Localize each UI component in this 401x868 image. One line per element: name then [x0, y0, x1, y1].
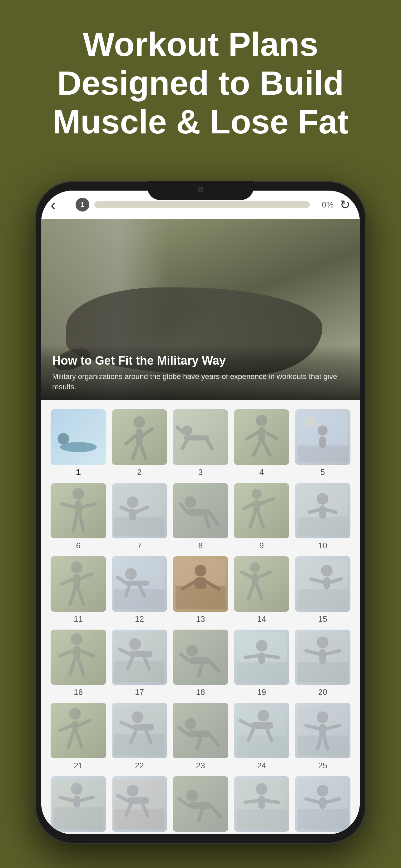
svg-line-107: [245, 655, 258, 657]
svg-line-58: [70, 589, 75, 604]
workout-thumb-30[interactable]: [295, 776, 350, 832]
workout-thumb-22[interactable]: [112, 703, 167, 758]
svg-point-111: [317, 637, 329, 648]
workout-thumb-25[interactable]: [295, 703, 350, 758]
svg-rect-112: [320, 649, 326, 664]
back-button[interactable]: ‹: [51, 196, 69, 213]
svg-rect-166: [237, 809, 287, 829]
workout-thumb-11[interactable]: [51, 556, 106, 612]
workout-cell-24[interactable]: 24: [234, 703, 290, 771]
svg-rect-55: [73, 574, 80, 589]
workout-thumb-7[interactable]: [112, 483, 167, 539]
workout-thumb-29[interactable]: [234, 776, 290, 832]
svg-rect-106: [258, 652, 265, 664]
workout-thumb-24[interactable]: [234, 703, 290, 758]
cell-num-21: 21: [74, 761, 83, 771]
svg-rect-74: [252, 573, 258, 585]
workout-cell-1[interactable]: 1: [51, 409, 106, 477]
workout-cell-5[interactable]: 5: [295, 409, 350, 477]
workout-cell-16[interactable]: 16: [51, 629, 106, 698]
cell-num-12: 12: [135, 614, 144, 624]
workout-cell-3[interactable]: 3: [173, 409, 228, 477]
workout-thumb-4[interactable]: [234, 409, 290, 465]
workout-thumb-19[interactable]: [234, 629, 290, 685]
workout-thumb-18[interactable]: [173, 629, 228, 685]
svg-line-41: [205, 516, 209, 527]
workout-thumb-3[interactable]: [173, 409, 228, 465]
workout-thumb-2[interactable]: [112, 409, 167, 465]
workout-cell-22[interactable]: 22: [112, 703, 167, 771]
workout-cell-28[interactable]: 28: [173, 776, 228, 834]
workout-cell-29[interactable]: 29: [234, 776, 290, 834]
cell-num-20: 20: [318, 687, 327, 697]
workout-thumb-17[interactable]: [112, 629, 167, 685]
svg-rect-140: [298, 736, 347, 755]
svg-rect-15: [258, 427, 265, 442]
workout-thumb-9[interactable]: [234, 483, 290, 539]
workout-cell-7[interactable]: 7: [112, 483, 167, 551]
svg-rect-109: [298, 662, 347, 682]
svg-point-37: [185, 496, 196, 508]
workout-thumb-16[interactable]: [51, 629, 106, 685]
svg-line-108: [265, 655, 278, 657]
svg-line-17: [265, 432, 276, 439]
workout-thumb-23[interactable]: [173, 703, 228, 758]
workout-cell-14[interactable]: 14: [234, 556, 290, 624]
workout-cell-13[interactable]: 13: [173, 556, 228, 624]
svg-line-46: [250, 513, 255, 527]
workout-thumb-20[interactable]: [295, 629, 350, 685]
svg-line-171: [265, 801, 278, 802]
workout-thumb-26[interactable]: [51, 776, 106, 832]
workout-thumb-14[interactable]: [234, 556, 290, 612]
svg-point-98: [187, 645, 198, 656]
workout-cell-27[interactable]: 27: [112, 776, 167, 834]
workout-cell-18[interactable]: 18: [173, 629, 228, 698]
workout-thumb-10[interactable]: [295, 483, 350, 539]
workout-cell-30[interactable]: 30: [295, 776, 350, 834]
svg-point-54: [71, 561, 82, 573]
workout-cell-23[interactable]: 23: [173, 703, 228, 771]
workout-cell-15[interactable]: 15: [295, 556, 350, 624]
svg-line-28: [81, 504, 95, 507]
workout-cell-12[interactable]: 12: [112, 556, 167, 624]
workout-cell-6[interactable]: 6: [51, 483, 106, 551]
svg-line-8: [141, 445, 146, 459]
svg-line-78: [257, 585, 262, 599]
svg-rect-129: [187, 731, 210, 737]
workout-thumb-28[interactable]: [173, 776, 228, 832]
workout-cell-17[interactable]: 17: [112, 629, 167, 698]
svg-line-120: [76, 733, 81, 747]
workout-thumb-5[interactable]: [295, 409, 350, 465]
svg-point-115: [69, 708, 80, 720]
svg-line-7: [133, 445, 138, 459]
workout-cell-4[interactable]: 4: [234, 409, 290, 477]
workout-thumb-8[interactable]: [173, 483, 228, 539]
workout-cell-20[interactable]: 20: [295, 629, 350, 698]
workout-thumb-6[interactable]: [51, 483, 106, 539]
workout-cell-11[interactable]: 11: [51, 556, 106, 624]
phone-frame: ‹ 1 0% ↻ How to Get Fit the Military Way: [35, 181, 366, 844]
workout-cell-19[interactable]: 19: [234, 629, 290, 698]
workout-cell-9[interactable]: 9: [234, 483, 290, 551]
svg-line-100: [180, 654, 189, 660]
cell-num-17: 17: [135, 687, 144, 697]
workout-cell-26[interactable]: 26: [51, 776, 106, 834]
svg-line-165: [199, 809, 202, 820]
workout-thumb-27[interactable]: [112, 776, 167, 832]
svg-point-156: [127, 785, 138, 797]
workout-thumb-1[interactable]: [51, 409, 106, 465]
phone-notch: [147, 181, 254, 200]
workout-cell-2[interactable]: 2: [112, 409, 167, 477]
cell-num-6: 6: [76, 541, 80, 551]
workout-cell-25[interactable]: 25: [295, 703, 350, 771]
reload-button[interactable]: ↻: [340, 197, 350, 212]
workout-thumb-15[interactable]: [295, 556, 350, 612]
workout-grid: 1 2: [41, 400, 360, 834]
workout-cell-8[interactable]: 8: [173, 483, 228, 551]
workout-thumb-13[interactable]: [173, 556, 228, 612]
workout-cell-21[interactable]: 21: [51, 703, 106, 771]
workout-cell-10[interactable]: 10: [295, 483, 350, 551]
workout-thumb-21[interactable]: [51, 703, 106, 758]
workout-thumb-12[interactable]: [112, 556, 167, 612]
svg-line-27: [62, 504, 75, 507]
